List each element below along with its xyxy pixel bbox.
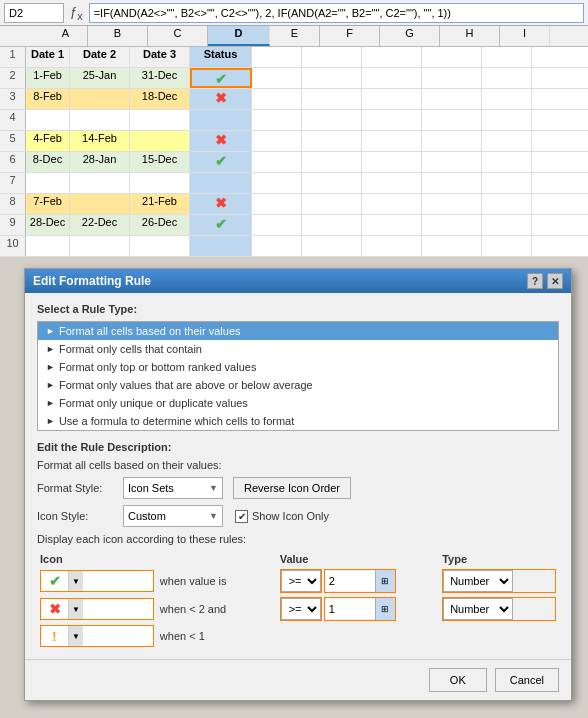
cell-d3[interactable]: ✖: [190, 89, 252, 109]
cell-d4[interactable]: [190, 110, 252, 130]
cell-b10[interactable]: [70, 236, 130, 256]
cell-b3[interactable]: [70, 89, 130, 109]
cell-i8[interactable]: [482, 194, 532, 214]
cell-h7[interactable]: [422, 173, 482, 193]
cell-g9[interactable]: [362, 215, 422, 235]
cell-ref-input[interactable]: D2: [4, 3, 64, 23]
cell-c1[interactable]: Date 3: [130, 47, 190, 67]
dialog-help-button[interactable]: ?: [527, 273, 543, 289]
icon-dropdown-1[interactable]: ▼: [69, 599, 83, 619]
col-header-i[interactable]: I: [500, 26, 550, 46]
cell-f10[interactable]: [302, 236, 362, 256]
icon-dropdown-2[interactable]: ▼: [69, 626, 83, 646]
cell-h4[interactable]: [422, 110, 482, 130]
cell-e2[interactable]: [252, 68, 302, 88]
reverse-icon-order-button[interactable]: Reverse Icon Order: [233, 477, 351, 499]
cell-b1[interactable]: Date 2: [70, 47, 130, 67]
cell-h1[interactable]: [422, 47, 482, 67]
cell-f2[interactable]: [302, 68, 362, 88]
cell-c4[interactable]: [130, 110, 190, 130]
cell-d7[interactable]: [190, 173, 252, 193]
cell-d6[interactable]: ✔: [190, 152, 252, 172]
cell-c9[interactable]: 26-Dec: [130, 215, 190, 235]
cell-a4[interactable]: [26, 110, 70, 130]
cell-g1[interactable]: [362, 47, 422, 67]
cell-h3[interactable]: [422, 89, 482, 109]
cell-e3[interactable]: [252, 89, 302, 109]
cell-c2[interactable]: 31-Dec: [130, 68, 190, 88]
cell-b5[interactable]: 14-Feb: [70, 131, 130, 151]
rule-item-3[interactable]: Format only values that are above or bel…: [38, 376, 558, 394]
cell-a7[interactable]: [26, 173, 70, 193]
icon-selector-0[interactable]: ✔ ▼: [40, 570, 154, 592]
cell-b4[interactable]: [70, 110, 130, 130]
rule-item-2[interactable]: Format only top or bottom ranked values: [38, 358, 558, 376]
cell-i3[interactable]: [482, 89, 532, 109]
cell-e9[interactable]: [252, 215, 302, 235]
rule-item-5[interactable]: Use a formula to determine which cells t…: [38, 412, 558, 430]
cell-b6[interactable]: 28-Jan: [70, 152, 130, 172]
cell-h2[interactable]: [422, 68, 482, 88]
cell-b9[interactable]: 22-Dec: [70, 215, 130, 235]
cell-d5[interactable]: ✖: [190, 131, 252, 151]
col-header-f[interactable]: F: [320, 26, 380, 46]
cell-i4[interactable]: [482, 110, 532, 130]
cell-d1[interactable]: Status: [190, 47, 252, 67]
cell-i1[interactable]: [482, 47, 532, 67]
cell-f8[interactable]: [302, 194, 362, 214]
ok-button[interactable]: OK: [429, 668, 487, 692]
col-header-e[interactable]: E: [270, 26, 320, 46]
cell-a1[interactable]: Date 1: [26, 47, 70, 67]
value-input-1[interactable]: [325, 599, 375, 619]
cell-a8[interactable]: 7-Feb: [26, 194, 70, 214]
cell-g10[interactable]: [362, 236, 422, 256]
cell-a6[interactable]: 8-Dec: [26, 152, 70, 172]
icon-selector-1[interactable]: ✖ ▼: [40, 598, 154, 620]
operator-select-0[interactable]: >= >: [281, 570, 321, 592]
cancel-button[interactable]: Cancel: [495, 668, 559, 692]
cell-a5[interactable]: 4-Feb: [26, 131, 70, 151]
cell-c8[interactable]: 21-Feb: [130, 194, 190, 214]
cell-g3[interactable]: [362, 89, 422, 109]
cell-a2[interactable]: 1-Feb: [26, 68, 70, 88]
cell-g6[interactable]: [362, 152, 422, 172]
cell-e7[interactable]: [252, 173, 302, 193]
cell-h5[interactable]: [422, 131, 482, 151]
show-icon-only-checkbox[interactable]: ✔: [235, 510, 248, 523]
cell-f9[interactable]: [302, 215, 362, 235]
cell-c10[interactable]: [130, 236, 190, 256]
cell-f3[interactable]: [302, 89, 362, 109]
cell-i6[interactable]: [482, 152, 532, 172]
cell-i9[interactable]: [482, 215, 532, 235]
cell-g8[interactable]: [362, 194, 422, 214]
cell-f7[interactable]: [302, 173, 362, 193]
cell-e5[interactable]: [252, 131, 302, 151]
formula-input[interactable]: =IF(AND(A2<>"", B2<>"", C2<>""), 2, IF(A…: [89, 3, 584, 23]
cell-c3[interactable]: 18-Dec: [130, 89, 190, 109]
cell-e10[interactable]: [252, 236, 302, 256]
col-header-g[interactable]: G: [380, 26, 440, 46]
col-header-c[interactable]: C: [148, 26, 208, 46]
cell-e8[interactable]: [252, 194, 302, 214]
cell-f5[interactable]: [302, 131, 362, 151]
cell-e6[interactable]: [252, 152, 302, 172]
icon-selector-2[interactable]: ! ▼: [40, 625, 154, 647]
cell-d9[interactable]: ✔: [190, 215, 252, 235]
col-header-h[interactable]: H: [440, 26, 500, 46]
col-header-d[interactable]: D: [208, 26, 270, 46]
cell-h10[interactable]: [422, 236, 482, 256]
rule-item-4[interactable]: Format only unique or duplicate values: [38, 394, 558, 412]
cell-b7[interactable]: [70, 173, 130, 193]
operator-select-1[interactable]: >= >: [281, 598, 321, 620]
cell-g4[interactable]: [362, 110, 422, 130]
value-icon-btn-1[interactable]: ⊞: [375, 598, 395, 620]
cell-b8[interactable]: [70, 194, 130, 214]
cell-d8[interactable]: ✖: [190, 194, 252, 214]
cell-f4[interactable]: [302, 110, 362, 130]
cell-c7[interactable]: [130, 173, 190, 193]
cell-i10[interactable]: [482, 236, 532, 256]
cell-h9[interactable]: [422, 215, 482, 235]
cell-d2[interactable]: ✔: [190, 68, 252, 88]
cell-c5[interactable]: [130, 131, 190, 151]
cell-h6[interactable]: [422, 152, 482, 172]
